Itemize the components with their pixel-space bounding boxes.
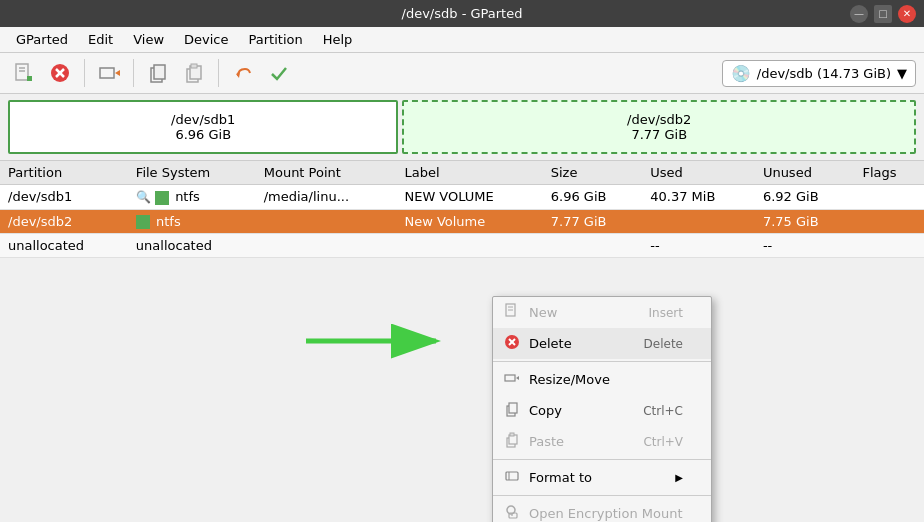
new-button[interactable] (8, 57, 40, 89)
minimize-button[interactable]: — (850, 5, 868, 23)
partition-table: Partition File System Mount Point Label … (0, 161, 924, 258)
svg-rect-0 (16, 64, 28, 80)
cell-flags (854, 185, 924, 210)
delete-button[interactable] (44, 57, 76, 89)
table-header-row: Partition File System Mount Point Label … (0, 161, 924, 185)
col-flags: Flags (854, 161, 924, 185)
table-row[interactable]: /dev/sdb2 ntfs New Volume 7.77 GiB 7.75 … (0, 209, 924, 234)
menu-icon (503, 401, 521, 420)
menu-label: Format to (529, 470, 592, 485)
cell-filesystem: unallocated (128, 234, 256, 258)
menu-icon (503, 370, 521, 389)
cell-flags (854, 209, 924, 234)
disk-visual: /dev/sdb1 6.96 GiB /dev/sdb2 7.77 GiB (0, 94, 924, 161)
svg-rect-11 (154, 65, 165, 79)
device-dropdown-icon: ▼ (897, 66, 907, 81)
close-button[interactable]: ✕ (898, 5, 916, 23)
disk-part2-name: /dev/sdb2 (627, 112, 691, 127)
menu-icon (503, 504, 521, 522)
col-used: Used (642, 161, 755, 185)
cell-unused: 6.92 GiB (755, 185, 855, 210)
svg-rect-14 (191, 64, 197, 68)
fs-color-badge (155, 191, 169, 205)
cell-size: 7.77 GiB (543, 209, 643, 234)
disk-part1-name: /dev/sdb1 (171, 112, 235, 127)
svg-rect-25 (509, 403, 517, 413)
green-arrow (296, 316, 456, 369)
menu-edit[interactable]: Edit (80, 30, 121, 49)
table-row[interactable]: /dev/sdb1 🔍 ntfs /media/linu... NEW VOLU… (0, 185, 924, 210)
menu-label: Paste (529, 434, 564, 449)
device-selector[interactable]: 💿 /dev/sdb (14.73 GiB) ▼ (722, 60, 916, 87)
svg-rect-28 (510, 433, 514, 436)
menu-separator (493, 495, 711, 496)
undo-button[interactable] (227, 57, 259, 89)
cell-used: -- (642, 234, 755, 258)
cell-partition: /dev/sdb1 (0, 185, 128, 210)
cell-filesystem: ntfs (128, 209, 256, 234)
cell-partition: /dev/sdb2 (0, 209, 128, 234)
device-icon: 💿 (731, 64, 751, 83)
svg-marker-3 (27, 76, 32, 81)
toolbar-separator-2 (133, 59, 134, 87)
menu-partition[interactable]: Partition (241, 30, 311, 49)
col-unused: Unused (755, 161, 855, 185)
col-filesystem: File System (128, 161, 256, 185)
cell-flags (854, 234, 924, 258)
shortcut-label: Ctrl+C (643, 404, 683, 418)
context-menu-item-format-to[interactable]: Format to ▶ (493, 462, 711, 493)
shortcut-label: Ctrl+V (643, 435, 683, 449)
shortcut-label: Insert (649, 306, 683, 320)
menu-icon (503, 468, 521, 487)
search-icon[interactable]: 🔍 (136, 190, 151, 204)
menu-bar: GParted Edit View Device Partition Help (0, 27, 924, 53)
paste-button[interactable] (178, 57, 210, 89)
menu-label: Delete (529, 336, 572, 351)
context-menu-item-delete[interactable]: Delete Delete (493, 328, 711, 359)
disk-partition-2[interactable]: /dev/sdb2 7.77 GiB (402, 100, 916, 154)
context-menu-item-copy[interactable]: Copy Ctrl+C (493, 395, 711, 426)
svg-rect-22 (505, 375, 515, 381)
svg-marker-23 (516, 376, 519, 380)
menu-view[interactable]: View (125, 30, 172, 49)
cell-size (543, 234, 643, 258)
menu-help[interactable]: Help (315, 30, 361, 49)
cell-mountpoint (256, 234, 397, 258)
menu-device[interactable]: Device (176, 30, 236, 49)
menu-separator (493, 361, 711, 362)
table-row[interactable]: unallocated unallocated -- -- (0, 234, 924, 258)
title-bar: /dev/sdb - GParted — □ ✕ (0, 0, 924, 27)
toolbar-separator-1 (84, 59, 85, 87)
context-menu-item-resize/move[interactable]: Resize/Move (493, 364, 711, 395)
menu-icon (503, 303, 521, 322)
cell-label (396, 234, 542, 258)
menu-label: New (529, 305, 557, 320)
context-menu-item-paste: Paste Ctrl+V (493, 426, 711, 457)
col-mountpoint: Mount Point (256, 161, 397, 185)
cell-partition: unallocated (0, 234, 128, 258)
disk-part2-size: 7.77 GiB (631, 127, 687, 142)
resize-button[interactable] (93, 57, 125, 89)
cell-used (642, 209, 755, 234)
cell-mountpoint: /media/linu... (256, 185, 397, 210)
context-menu-item-new: New Insert (493, 297, 711, 328)
copy-button[interactable] (142, 57, 174, 89)
menu-gparted[interactable]: GParted (8, 30, 76, 49)
col-size: Size (543, 161, 643, 185)
col-partition: Partition (0, 161, 128, 185)
svg-rect-29 (506, 472, 518, 480)
menu-icon (503, 334, 521, 353)
toolbar: 💿 /dev/sdb (14.73 GiB) ▼ (0, 53, 924, 94)
maximize-button[interactable]: □ (874, 5, 892, 23)
shortcut-label: Delete (644, 337, 683, 351)
window-title: /dev/sdb - GParted (402, 6, 523, 21)
cell-size: 6.96 GiB (543, 185, 643, 210)
toolbar-separator-3 (218, 59, 219, 87)
partition-table-container: Partition File System Mount Point Label … (0, 161, 924, 258)
apply-button[interactable] (263, 57, 295, 89)
disk-partition-1[interactable]: /dev/sdb1 6.96 GiB (8, 100, 398, 154)
svg-rect-8 (100, 68, 114, 78)
cell-filesystem: 🔍 ntfs (128, 185, 256, 210)
cell-used: 40.37 MiB (642, 185, 755, 210)
svg-marker-9 (115, 70, 120, 76)
